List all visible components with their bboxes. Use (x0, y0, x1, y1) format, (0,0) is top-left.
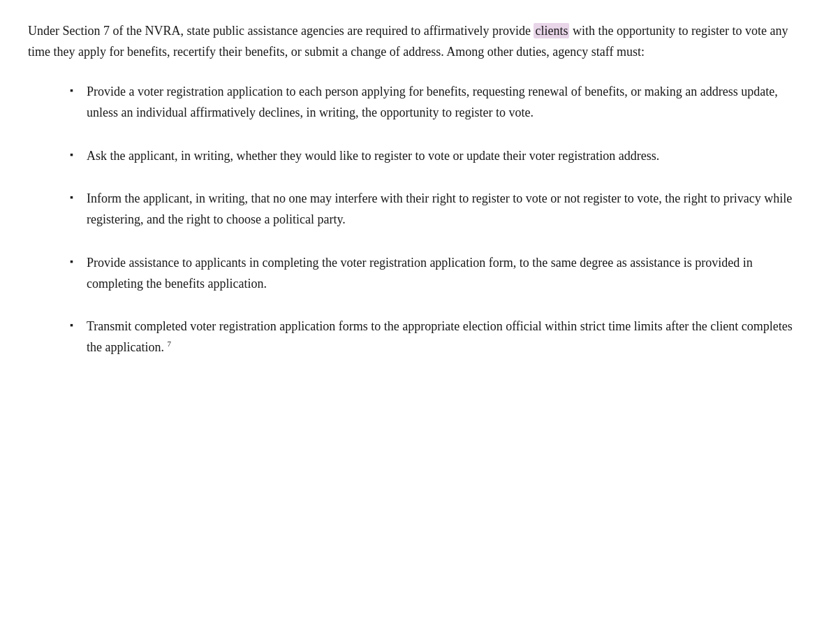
list-item: Inform the applicant, in writing, that n… (70, 189, 810, 230)
highlighted-word: clients (534, 23, 569, 38)
duty-list: Provide a voter registration application… (70, 82, 810, 358)
bullet-text-5: Transmit completed voter registration ap… (87, 319, 793, 354)
list-item: Provide assistance to applicants in comp… (70, 253, 810, 294)
bullet-text-3: Inform the applicant, in writing, that n… (87, 191, 792, 226)
bullet-text-4: Provide assistance to applicants in comp… (87, 256, 753, 291)
main-content: Under Section 7 of the NVRA, state publi… (28, 21, 810, 358)
list-item: Ask the applicant, in writing, whether t… (70, 146, 810, 167)
intro-text-before: Under Section 7 of the NVRA, state publi… (28, 24, 534, 38)
bullet-text-2: Ask the applicant, in writing, whether t… (87, 149, 659, 163)
list-item: Transmit completed voter registration ap… (70, 316, 810, 358)
list-item: Provide a voter registration application… (70, 82, 810, 123)
intro-paragraph: Under Section 7 of the NVRA, state publi… (28, 21, 810, 62)
bullet-text-1: Provide a voter registration application… (87, 85, 778, 119)
footnote-7: 7 (167, 339, 171, 348)
